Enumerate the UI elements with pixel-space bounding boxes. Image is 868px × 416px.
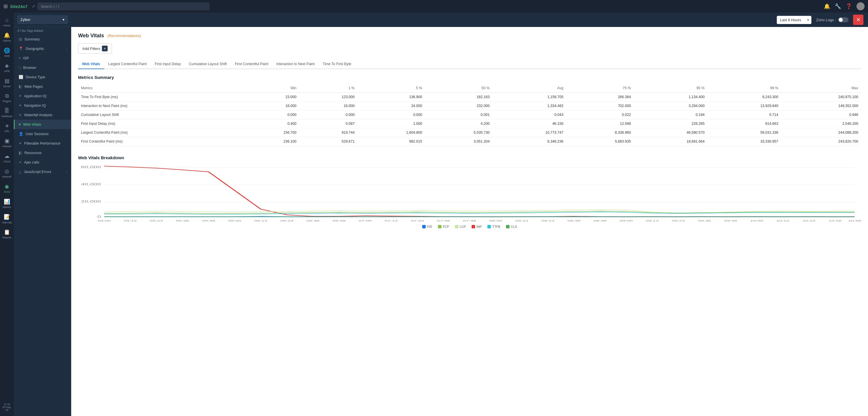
col-p5: 5 % [358,84,425,93]
tab-cls[interactable]: Cumulative Layout Shift [185,59,231,69]
svg-text:60,000: 60,000 [81,165,101,169]
col-max: Max [781,84,861,93]
metric-value: 1,604.800 [358,128,425,137]
sidebar-item-alarms[interactable]: 🔔 Alarms [0,30,14,44]
sidebar-item-network[interactable]: ◎ Network [0,166,14,181]
metric-value: 18,681.664 [634,137,708,146]
tab-fid[interactable]: First Input Delay [151,59,185,69]
reports-icon: 📋 [4,229,10,235]
metric-value: 0.043 [493,110,566,119]
nav-item-device-type[interactable]: ⬜ Device Type [14,72,71,82]
metric-value: 0.714 [708,110,781,119]
nav-item-javascript-errors[interactable]: △ JavaScript Errors › [14,167,71,177]
sidebar-item-apm[interactable]: ◈ APM [0,60,14,75]
sidebar-item-database[interactable]: 🗄 Database [0,105,14,120]
nav-item-resources[interactable]: ◧ Resources [14,148,71,158]
nav-item-user-sessions[interactable]: 👤 User Sessions [14,129,71,138]
legend-inp: INP [472,225,482,228]
add-filters-button[interactable]: Add Filters + [78,43,112,54]
metric-value: 1,134.400 [634,93,708,102]
home-icon: ⌂ [5,17,9,23]
sidebar-item-k8s[interactable]: ⎈ K8s [0,121,14,135]
search-input[interactable] [37,3,210,10]
nav-item-web-vitals[interactable]: ♥ Web Vitals [14,120,71,129]
metric-name: Cumulative Layout Shift [78,110,241,119]
nav-item-browser[interactable]: □ Browser [14,63,71,72]
nav-item-filterable-performance[interactable]: ✦ Filterable Performance [14,138,71,148]
user-sessions-icon: 👤 [19,132,23,136]
nav-item-summary[interactable]: ▤ Summary [14,34,71,44]
svg-text:07:24: 07:24 [411,220,424,222]
nav-item-navigation-iq[interactable]: ✦ Navigation IQ [14,101,71,110]
metric-value: 702.000 [566,102,634,110]
metric-value: 982.015 [358,137,425,146]
recommendations-link[interactable]: (Recommendations) [107,34,141,38]
zoho-logs-toggle-switch[interactable] [838,17,848,22]
tab-lcp[interactable]: Largest Contentful Paint [104,59,151,69]
tab-fcp[interactable]: First Contentful Paint [231,59,272,69]
nav-item-waterfall-analysis[interactable]: ≋ Waterfall Analysis [14,110,71,120]
metric-value: 8,338.960 [566,128,634,137]
bell-icon[interactable]: 🔔 [824,3,830,9]
metric-value: 46.156 [493,119,566,128]
left-sidebar: ⌂ Home 🔔 Alarms 🌐 Web ◈ APM ▤ Server ⧉ P… [0,12,14,416]
sidebar-item-reports[interactable]: 📋 Reports [0,227,14,241]
metric-value: 266.384 [566,93,634,102]
metrics-table: Metrics Min 1 % 5 % 50 % Avg 75 % 95 % 9… [78,84,861,146]
geographic-icon: 📍 [19,46,23,51]
metric-value: 5,535.730 [425,128,493,137]
javascript-errors-icon: △ [19,169,22,174]
dropdown-arrow-icon: ▾ [63,18,65,22]
svg-text:40,000: 40,000 [81,183,101,186]
tab-ttfb[interactable]: Time To First Byte [319,59,355,69]
sidebar-item-web[interactable]: 🌐 Web [0,45,14,60]
alarms-icon: 🔔 [4,32,10,38]
grid-icon[interactable]: ⊞ [3,3,8,9]
sidebar-item-rum[interactable]: ◉ RUM [0,181,14,196]
nav-item-ajax-calls[interactable]: ✦ Ajax calls [14,158,71,167]
metric-value: 9,243.300 [708,93,781,102]
svg-text:09:48: 09:48 [724,220,737,222]
nav-item-application-iq[interactable]: ✦ Application IQ [14,91,71,101]
metric-name: Interaction to Next Paint (ms) [78,102,241,110]
wrench-icon[interactable]: 🔧 [835,3,841,9]
avatar[interactable] [857,2,865,10]
svg-text:09:24: 09:24 [672,220,685,222]
svg-text:09:36: 09:36 [698,220,711,222]
browser-icon: □ [19,65,21,70]
svg-text:10:48: 10:48 [848,220,861,222]
nav-item-geographic[interactable]: 📍 Geographic › [14,44,71,53]
sidebar-item-home[interactable]: ⌂ Home [0,15,14,29]
expand-icon[interactable]: ⤢ [32,4,35,8]
arrow-right-icon: › [66,47,67,51]
sidebar-item-cloud[interactable]: ☁ Cloud [0,151,14,165]
sidebar-item-vmware[interactable]: ▣ VMware [0,135,14,150]
sidebar-item-server[interactable]: ▤ Server [0,75,14,90]
svg-text:07:12: 07:12 [384,220,398,222]
tab-inp[interactable]: Interaction to Next Paint [272,59,319,69]
help-icon[interactable]: ❓ [846,3,852,9]
metric-value: 156.700 [241,128,299,137]
metric-value: 182.163 [425,93,493,102]
tag-icon: 🏷 [17,29,21,33]
logo: Site24x7 [10,4,28,9]
svg-text:06:24: 06:24 [280,220,293,222]
nav-item-isp[interactable]: ≡ ISP [14,53,71,63]
metric-value: 16.000 [299,102,358,110]
col-min: Min [241,84,299,93]
metric-value: 243,820.700 [781,137,861,146]
metric-name: Time To First Byte (ms) [78,93,241,102]
metrics-icon: 📊 [4,198,10,205]
sidebar-item-applogs[interactable]: 📝 AppLogs [0,212,14,226]
sidebar-item-metrics[interactable]: 📊 Metrics [0,196,14,211]
web-pages-icon: ◧ [19,84,22,89]
monitor-dropdown[interactable]: Zylker ▾ [17,15,68,24]
legend-fcp: FCP [438,225,449,228]
sidebar-item-plugins[interactable]: ⧉ Plugins [0,91,14,105]
close-button[interactable]: ✕ [853,14,863,25]
nav-item-web-pages[interactable]: ◧ Web Pages [14,82,71,91]
tab-web-vitals[interactable]: Web Vitals [78,59,104,69]
time-range-select[interactable]: Last 6 Hours Last 1 Hour Last 12 Hours L… [777,16,811,24]
svg-text:07:36: 07:36 [437,220,450,222]
svg-text:05:36: 05:36 [176,220,189,222]
